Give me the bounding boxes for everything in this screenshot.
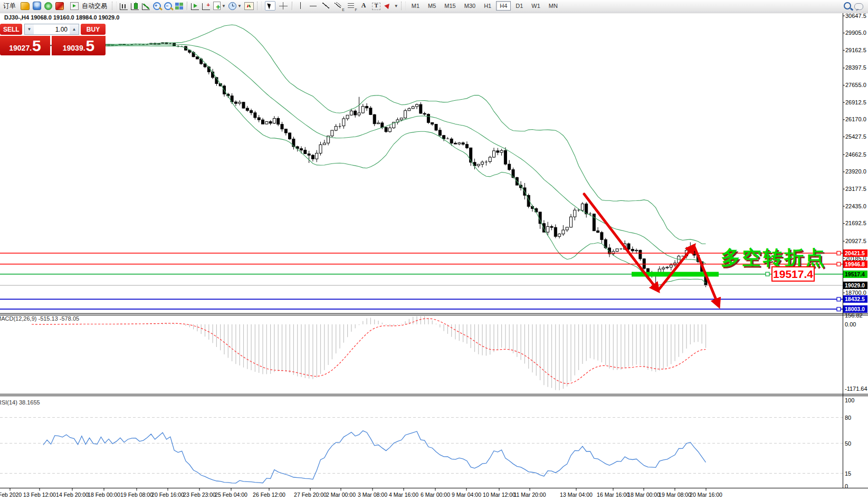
line-chart-icon[interactable]: [142, 3, 150, 10]
timeframe-group: M1M5M15M30H1H4D1W1MN: [407, 1, 562, 11]
price-tick-label: 18700.0: [845, 290, 866, 296]
sell-price-frac: 5: [32, 37, 41, 55]
toolbar-separator: [292, 2, 292, 10]
time-axis-label: 6 Mar 00:00: [421, 492, 450, 498]
price-tick-label: 30647.5: [845, 13, 866, 19]
time-axis-label: 20 Feb 16:00: [151, 492, 184, 498]
price-tick-label: 24662.5: [845, 151, 866, 158]
vertical-line-tool-icon[interactable]: [296, 2, 306, 10]
horizontal-line-tool-icon[interactable]: [309, 2, 318, 10]
new-chart-icon[interactable]: [213, 2, 221, 10]
time-axis-label: 13 Feb 12:00: [23, 492, 56, 498]
timeframe-button-M5[interactable]: M5: [424, 1, 440, 11]
price-tick-label: 21692.5: [845, 220, 866, 226]
text-tool-icon[interactable]: [359, 2, 369, 10]
chart-shift-icon[interactable]: [244, 2, 254, 10]
price-badge: 20421.5: [843, 249, 867, 257]
rsi-level-label: 15: [845, 470, 851, 477]
time-axis-label: 9 Mar 04:00: [452, 492, 481, 498]
toolbar-separator: [187, 2, 187, 10]
timeframe-button-MN[interactable]: MN: [545, 1, 561, 11]
indicator-window-icon[interactable]: [202, 3, 210, 10]
volume-stepper: ▼ 1.00 ▲: [24, 24, 79, 35]
chevron-down-icon[interactable]: ▼: [222, 4, 226, 8]
time-axis-label: 18 Mar 00:00: [627, 492, 660, 498]
time-axis-label: 23 Feb 23:00: [183, 492, 216, 498]
toolbar-grip: [112, 2, 117, 10]
chevron-down-icon[interactable]: ▼: [394, 4, 398, 8]
period-clock-icon[interactable]: [228, 2, 236, 10]
price-tick-label: 23920.0: [845, 168, 866, 175]
rsi-panel-graphics: [0, 418, 843, 484]
channel-tool-icon[interactable]: E: [334, 2, 344, 10]
time-axis-label: 27 Feb 20:00: [294, 492, 327, 498]
text-label-tool-icon[interactable]: [372, 3, 380, 10]
time-axis-label: 16 Mar 16:00: [597, 492, 629, 498]
macd-indicator-label: MACD(12,26,9) -515.13 -578.05: [0, 315, 79, 322]
mt4-window: 订单 自动交易 + − ▼ ▼ E F ▼ M1M5M15M: [0, 0, 868, 501]
trendline-tool-icon[interactable]: [321, 2, 331, 10]
time-axis-label: 3 Mar 08:00: [358, 492, 387, 498]
price-line-label[interactable]: 19517.4: [771, 266, 815, 282]
volume-down-button[interactable]: ▼: [25, 24, 34, 34]
indicators-icon[interactable]: [191, 3, 199, 10]
price-tick-label: 26170.0: [845, 116, 866, 122]
price-tick-label: 23177.5: [845, 186, 866, 192]
price-tick-label: 29905.0: [845, 30, 866, 36]
timeframe-button-M30[interactable]: M30: [461, 1, 479, 11]
fibonacci-tool-icon[interactable]: F: [347, 2, 356, 10]
chat-icon[interactable]: [854, 3, 863, 10]
autotrading-icon: [70, 2, 79, 10]
buy-price-frac: 5: [86, 37, 95, 55]
sell-button[interactable]: SELL: [0, 24, 22, 35]
rsi-level-label: 0: [845, 483, 848, 489]
time-axis-label: 20 Mar 16:00: [690, 492, 722, 498]
autotrading-label: 自动交易: [82, 2, 107, 11]
timeframe-button-H1[interactable]: H1: [480, 1, 495, 11]
buy-price-panel[interactable]: 19039.5: [52, 36, 106, 55]
signals-icon[interactable]: [44, 2, 52, 10]
timeframe-button-H4[interactable]: H4: [496, 1, 511, 11]
rsi-level-label: 100: [845, 397, 854, 403]
price-badge: 19517.4: [843, 271, 867, 278]
buy-button[interactable]: BUY: [81, 24, 106, 35]
cursor-tool-icon[interactable]: [265, 1, 275, 11]
volume-input[interactable]: 1.00: [34, 24, 70, 34]
timeframe-button-M1[interactable]: M1: [408, 1, 423, 11]
timeframe-button-M15[interactable]: M15: [441, 1, 459, 11]
candlestick-chart-icon[interactable]: [131, 3, 139, 10]
arrows-tool-icon[interactable]: [384, 2, 393, 10]
volume-up-button[interactable]: ▲: [70, 24, 79, 34]
toolbar-grip: [257, 2, 262, 10]
time-axis-label: 4 Mar 16:00: [389, 492, 418, 498]
crosshair-tool-icon[interactable]: [279, 2, 288, 10]
community-icon[interactable]: [33, 2, 41, 10]
tile-windows-icon[interactable]: [175, 3, 183, 9]
one-click-trading-panel: SELL ▼ 1.00 ▲ BUY 19027.5 19039.5: [0, 24, 107, 55]
chevron-down-icon[interactable]: ▼: [237, 4, 242, 8]
price-tick-label: 28397.5: [845, 64, 866, 71]
macd-max-label: 156.82: [845, 312, 863, 319]
time-axis-label: 19 Mar 08:00: [659, 492, 691, 498]
trend-arrows[interactable]: [584, 194, 719, 306]
autotrading-button[interactable]: 自动交易: [66, 1, 110, 12]
zoom-in-icon[interactable]: +: [153, 2, 161, 10]
time-axis-label: 11 Mar 20:00: [513, 492, 546, 498]
bar-chart-icon[interactable]: [120, 3, 128, 10]
rsi-indicator-label: RSI(14) 38.1655: [0, 399, 40, 406]
candles-layer: [31, 42, 708, 290]
zoom-out-icon[interactable]: −: [164, 2, 172, 10]
price-badge: 19029.0: [843, 282, 867, 289]
market-icon[interactable]: [55, 2, 64, 10]
timeframe-button-D1[interactable]: D1: [512, 1, 527, 11]
toolbar-grip: [401, 2, 406, 10]
time-axis-label: 14 Feb 20:00: [56, 492, 89, 498]
macd-zero-label: 0.00: [845, 321, 856, 327]
calendar-icon[interactable]: [21, 2, 30, 10]
new-order-button[interactable]: 订单: [1, 1, 18, 12]
search-icon[interactable]: [844, 2, 851, 9]
time-axis-label: 25 Feb 04:00: [215, 492, 247, 498]
price-tick-label: 25427.5: [845, 133, 866, 140]
timeframe-button-W1[interactable]: W1: [528, 1, 544, 11]
sell-price-panel[interactable]: 19027.5: [0, 36, 50, 55]
